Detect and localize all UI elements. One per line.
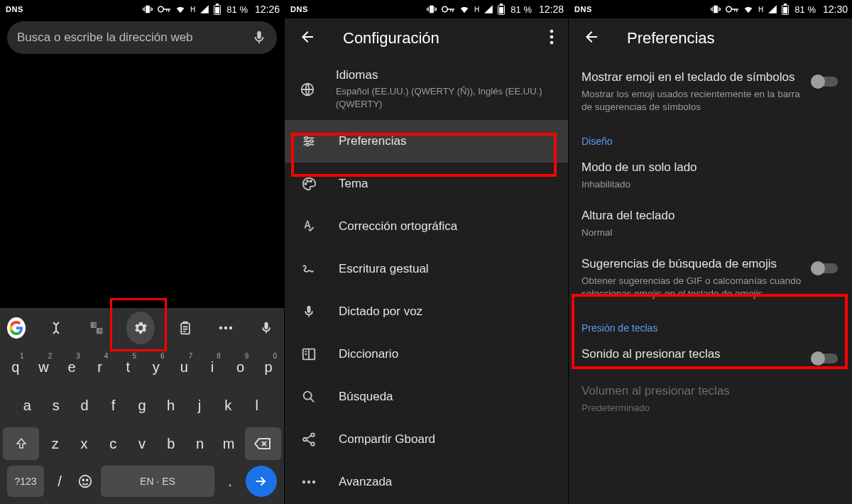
key-g[interactable]: g (129, 389, 155, 422)
app-bar: Configuración (285, 18, 568, 58)
toggle-switch[interactable] (811, 74, 838, 89)
settings-label: Diccionario (339, 347, 398, 361)
vibrate-icon (142, 4, 153, 14)
toggle-switch[interactable] (811, 351, 838, 366)
svg-text:文: 文 (92, 322, 97, 327)
symbols-key[interactable]: ?123 (7, 466, 44, 497)
overflow-menu[interactable] (550, 29, 554, 48)
key-i[interactable]: i8 (200, 351, 225, 383)
signal-icon (200, 4, 209, 14)
app-bar: Preferencias (569, 18, 852, 58)
key-f[interactable]: f (100, 389, 126, 422)
svg-point-6 (219, 327, 222, 329)
settings-row-tema[interactable]: Tema (285, 163, 568, 205)
keyboard-row: ?123 / EN · ES . (0, 463, 284, 500)
settings-row-diccionario[interactable]: Diccionario (285, 333, 568, 376)
pref-item[interactable]: Altura del tecladoNormal (569, 199, 852, 248)
key-d[interactable]: d (72, 389, 97, 422)
spellcheck-icon (299, 219, 319, 234)
key-y[interactable]: y6 (143, 351, 169, 383)
gear-icon (133, 320, 148, 336)
key-a[interactable]: a (14, 389, 40, 422)
key-r[interactable]: r4 (87, 351, 113, 383)
backspace-key[interactable] (245, 427, 281, 460)
palette-icon (299, 176, 319, 192)
key-o[interactable]: o9 (228, 351, 253, 383)
emoji-key[interactable] (75, 466, 95, 497)
globe-icon (299, 82, 316, 97)
mic-icon (299, 304, 319, 319)
status-dns: DNS (290, 5, 308, 13)
svg-point-9 (80, 476, 92, 488)
key-k[interactable]: k (215, 389, 241, 422)
vibrate-icon (426, 4, 437, 14)
mic-icon[interactable] (256, 316, 277, 340)
key-h[interactable]: h (158, 389, 183, 422)
panel-keyboard: DNS H 81 % 12:26 Busca o escribe la dire… (0, 0, 284, 504)
key-w[interactable]: w2 (31, 351, 57, 383)
settings-label: Búsqueda (339, 390, 393, 404)
key-q[interactable]: q1 (3, 351, 28, 383)
svg-point-23 (307, 180, 308, 182)
more-icon[interactable] (215, 316, 236, 340)
key-b[interactable]: b (158, 427, 184, 460)
omnibox[interactable]: Busca o escribe la dirección web (7, 21, 277, 54)
settings-row-avanzada[interactable]: Avanzada (285, 461, 568, 503)
pref-item[interactable]: Sonido al presionar teclas (569, 338, 852, 375)
settings-row-preferencias[interactable]: Preferencias (285, 120, 568, 163)
key-m[interactable]: m (216, 427, 242, 460)
settings-row-búsqueda[interactable]: Búsqueda (285, 376, 568, 418)
key-v[interactable]: v (129, 427, 155, 460)
key-x[interactable]: x (71, 427, 97, 460)
settings-button[interactable] (126, 312, 155, 344)
wifi-icon (459, 4, 470, 14)
settings-sub: Español (EE.UU.) (QWERTY (Ñ)), Inglés (E… (336, 85, 554, 110)
keyboard-row: asdfghjkl (0, 386, 284, 424)
key-z[interactable]: z (42, 427, 68, 460)
pref-item[interactable]: Sugerencias de búsqueda de emojisObtener… (569, 248, 852, 309)
back-button[interactable] (583, 28, 600, 48)
panel-configuration: DNS H 81 % 12:28 Configuración IdiomasEs… (284, 0, 568, 504)
period-key[interactable]: . (220, 466, 240, 497)
key-t[interactable]: t5 (115, 351, 141, 383)
translate-icon[interactable]: 文A (86, 316, 106, 340)
back-button[interactable] (299, 28, 316, 48)
key-e[interactable]: e3 (59, 351, 84, 383)
svg-point-31 (307, 481, 310, 483)
pref-item[interactable]: Mostrar emoji en el teclado de símbolosM… (569, 61, 852, 123)
wifi-icon (743, 4, 754, 14)
key-c[interactable]: c (100, 427, 126, 460)
settings-row-compartir-gboard[interactable]: Compartir Gboard (285, 418, 568, 461)
toggle-switch[interactable] (811, 261, 838, 276)
svg-point-7 (224, 327, 227, 329)
pref-item[interactable]: Modo de un solo ladoInhabilitado (569, 151, 852, 199)
share-icon (299, 432, 319, 447)
svg-point-19 (305, 137, 308, 140)
enter-key[interactable] (246, 466, 277, 497)
svg-point-32 (312, 481, 315, 483)
slash-key[interactable]: / (50, 466, 70, 497)
svg-point-24 (310, 180, 312, 182)
gboard-toolbar: 文A (0, 308, 284, 348)
section-header: Presión de teclas (569, 309, 852, 338)
text-select-icon[interactable] (45, 316, 66, 340)
space-key[interactable]: EN · ES (101, 466, 214, 497)
key-p[interactable]: p0 (256, 351, 281, 383)
key-n[interactable]: n (187, 427, 213, 460)
key-u[interactable]: u7 (172, 351, 197, 383)
page-title: Configuración (343, 29, 439, 48)
key-l[interactable]: l (244, 389, 270, 422)
pref-item: Volumen al presionar teclasPredeterminad… (569, 375, 852, 423)
clipboard-icon[interactable] (175, 316, 195, 340)
key-s[interactable]: s (43, 389, 68, 422)
mic-icon[interactable] (251, 30, 267, 45)
settings-row-corrección-ortográfica[interactable]: Corrección ortográfica (285, 205, 568, 248)
key-j[interactable]: j (187, 389, 212, 422)
settings-row-idiomas[interactable]: IdiomasEspañol (EE.UU.) (QWERTY (Ñ)), In… (285, 58, 568, 120)
settings-row-dictado-por-voz[interactable]: Dictado por voz (285, 290, 568, 333)
shift-key[interactable] (3, 427, 39, 460)
svg-point-26 (304, 392, 312, 400)
settings-row-escritura-gestual[interactable]: Escritura gestual (285, 248, 568, 290)
vibrate-icon (710, 4, 721, 14)
google-logo[interactable] (7, 317, 26, 339)
